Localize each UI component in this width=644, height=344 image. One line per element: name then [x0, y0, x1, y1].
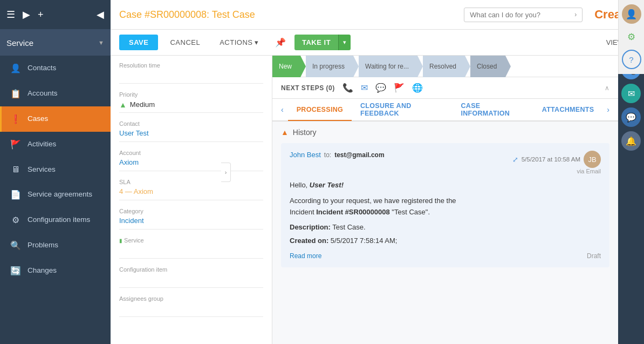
next-steps-collapse[interactable]: ∧: [605, 84, 609, 92]
sidebar-item-services[interactable]: 🖥 Services: [0, 157, 111, 182]
tab-case-info[interactable]: CASE INFORMATION: [452, 96, 533, 125]
sidebar-item-service-agreements[interactable]: 📄 Service agreements: [0, 182, 111, 207]
service-value[interactable]: [119, 246, 263, 259]
sla-field: SLA 4 — Axiom: [119, 179, 263, 200]
help-icon[interactable]: ?: [622, 50, 641, 69]
sidebar-header: ☰ ▶ + ◀: [0, 0, 111, 30]
email-greeting: Hello, User Test!: [290, 180, 601, 191]
chat-sidebar-icon[interactable]: 💬: [621, 107, 641, 127]
sidebar-item-configuration-items[interactable]: ⚙ Configuration items: [0, 207, 111, 233]
chevron-down-icon: ▼: [98, 39, 104, 46]
next-steps-label: NEXT STEPS (0): [281, 84, 335, 92]
sidebar-item-cases[interactable]: ❗ Cases: [0, 106, 111, 132]
save-button[interactable]: SAVE: [119, 35, 158, 50]
tab-attachments[interactable]: ATTACHMENTS: [533, 99, 603, 121]
contact-field: Contact User Test: [119, 120, 263, 142]
sidebar-item-accounts[interactable]: 📋 Accounts: [0, 81, 111, 106]
cases-icon: ❗: [10, 114, 21, 124]
email-header-right: ⤢ 5/5/2017 at 10:58 AM JB via Email: [512, 151, 601, 174]
tab-closure[interactable]: CLOSURE AND FEEDBACK: [352, 96, 452, 125]
services-icon: 🖥: [10, 165, 21, 174]
email-created: Created on: 5/5/2017 7:58:14 AM;: [290, 235, 601, 247]
resolution-time-field: Resolution time: [119, 62, 263, 84]
search-box[interactable]: ›: [464, 8, 583, 22]
category-field: Category Incident: [119, 208, 263, 230]
right-sidebar: 📞 ✉ 💬 🔔: [618, 56, 644, 344]
top-right-icons: 👤 ⚙ ?: [618, 0, 644, 74]
email-description: Description: Test Case.: [290, 222, 601, 233]
search-input[interactable]: [470, 11, 571, 19]
take-it-group: TAKE IT ▾: [294, 35, 351, 50]
hamburger-icon[interactable]: ☰: [6, 9, 15, 21]
tab-prev-button[interactable]: ‹: [281, 105, 284, 114]
take-it-dropdown[interactable]: ▾: [338, 35, 351, 50]
contact-value[interactable]: User Test: [119, 129, 263, 142]
add-icon[interactable]: +: [38, 9, 44, 21]
flag-icon[interactable]: 🚩: [394, 83, 405, 93]
email-card: John Best to: test@gmail.com ⤢ 5/5/2017 …: [281, 143, 609, 267]
configuration-item-field: Configuration item: [119, 266, 263, 288]
assignees-group-field: Assignees group: [119, 295, 263, 317]
back-icon[interactable]: ◀: [97, 9, 104, 21]
sidebar-item-activities[interactable]: 🚩 Activities: [0, 132, 111, 157]
history-label: History: [293, 128, 317, 137]
accounts-icon: 📋: [10, 89, 21, 99]
logo-text: Crea: [594, 8, 621, 22]
greeting-name: User Test!: [310, 181, 344, 189]
take-it-button[interactable]: TAKE IT: [294, 35, 338, 50]
tab-next-button[interactable]: ›: [607, 105, 609, 114]
category-value[interactable]: Incident: [119, 217, 263, 230]
history-toggle-icon[interactable]: ▲: [281, 128, 289, 137]
problems-icon: 🔍: [10, 240, 21, 251]
status-step-new[interactable]: New: [272, 56, 300, 77]
top-bar: Case #SR00000008: Test Case › Creatio: [111, 0, 644, 30]
expand-icon[interactable]: ⤢: [512, 156, 518, 164]
cancel-button[interactable]: CANCEL: [162, 35, 208, 50]
configuration-items-icon: ⚙: [10, 215, 21, 225]
contacts-icon: 👤: [10, 63, 21, 73]
email-body-p2: Incident Incident #SR00000008 "Test Case…: [290, 207, 601, 218]
sidebar-item-problems[interactable]: 🔍 Problems: [0, 233, 111, 258]
status-step-waiting[interactable]: Waiting for re...: [359, 56, 417, 77]
pin-button[interactable]: 📌: [271, 35, 290, 50]
configuration-item-value[interactable]: [119, 275, 263, 288]
email-sidebar-icon[interactable]: ✉: [621, 84, 641, 103]
content-area: Resolution time Priority ▲ Medium Contac…: [111, 56, 644, 344]
user-avatar[interactable]: 👤: [622, 4, 641, 24]
sla-value[interactable]: 4 — Axiom: [119, 187, 263, 200]
web-icon[interactable]: 🌐: [412, 83, 423, 93]
settings-icon[interactable]: ⚙: [622, 27, 641, 46]
email-to-label: to:: [324, 151, 331, 159]
tab-content: ▲ History John Best to: test@gmail.com: [272, 122, 618, 344]
read-more-link[interactable]: Read more: [290, 252, 321, 260]
case-title: Case #SR00000008: Test Case: [119, 9, 457, 21]
play-icon[interactable]: ▶: [23, 9, 30, 21]
phone-icon[interactable]: 📞: [342, 83, 353, 93]
tab-processing[interactable]: PROCESSING: [288, 99, 352, 121]
email-body-p1: According to your request, we have regis…: [290, 195, 601, 207]
sidebar-item-contacts[interactable]: 👤 Contacts: [0, 56, 111, 81]
history-header: ▲ History: [281, 128, 609, 137]
service-label: Service: [6, 38, 33, 48]
actions-button[interactable]: ACTIONS ▾: [212, 35, 266, 50]
email-body: Hello, User Test! According to your requ…: [290, 180, 601, 247]
priority-value[interactable]: ▲ Medium: [119, 100, 263, 113]
service-selector[interactable]: Service ▼: [0, 30, 111, 56]
account-value[interactable]: Axiom: [119, 158, 263, 171]
assignees-group-value[interactable]: [119, 304, 263, 317]
status-step-resolved[interactable]: Resolved: [423, 56, 465, 77]
sidebar-item-changes[interactable]: 🔄 Changes: [0, 258, 111, 284]
service-agreements-icon: 📄: [10, 190, 21, 200]
email-icon[interactable]: ✉: [361, 83, 368, 93]
chat-icon[interactable]: 💬: [375, 83, 386, 93]
chevron-down-icon: ▾: [255, 38, 259, 46]
email-via: via Email: [577, 168, 601, 174]
sidebar-nav: 👤 Contacts 📋 Accounts ❗ Cases 🚩 Activiti…: [0, 56, 111, 344]
status-step-closed[interactable]: Closed: [470, 56, 505, 77]
priority-field: Priority ▲ Medium: [119, 91, 263, 113]
notification-sidebar-icon[interactable]: 🔔: [621, 131, 641, 151]
resolution-time-value: [119, 71, 263, 84]
sidebar-collapse-tab[interactable]: ›: [221, 163, 231, 182]
status-step-in-progress[interactable]: In progress: [306, 56, 353, 77]
draft-label: Draft: [587, 252, 601, 260]
